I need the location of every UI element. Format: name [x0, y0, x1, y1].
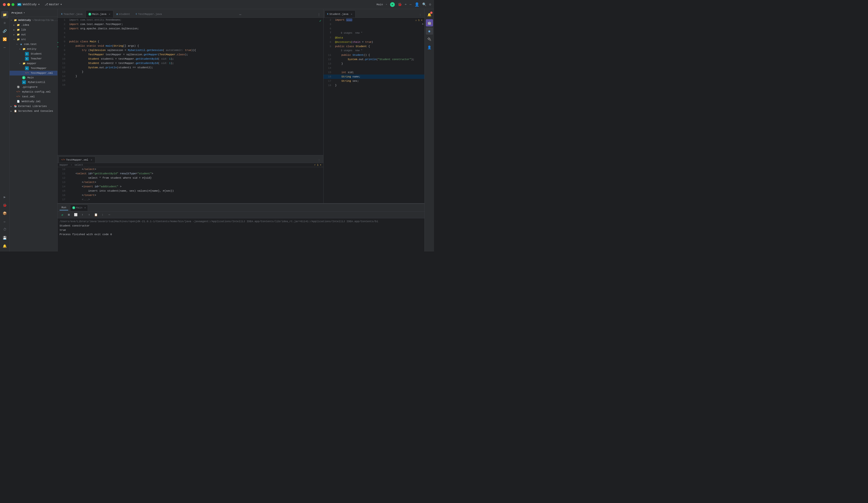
sidebar-right-plugin[interactable]: 🔌 — [426, 36, 433, 43]
coverage-icon[interactable]: ☂ — [405, 2, 407, 7]
tab-testmapper-xml[interactable]: </> TestMapper.xml ✕ — [59, 157, 95, 163]
sidebar-icon-profiler[interactable]: ⏱ — [1, 226, 8, 233]
xml-line-16: 16 </insert> — [58, 193, 323, 198]
run-tab-main-label: Main — [76, 206, 82, 209]
sidebar-icon-database[interactable]: 💾 — [1, 234, 8, 241]
tree-item-mybatisutil[interactable]: C MybatisUtil — [10, 80, 58, 84]
tree-label: MybatisUtil — [28, 81, 45, 84]
tab-more-button[interactable]: ⋯ — [237, 11, 243, 18]
run-more-btn[interactable]: ⋯ — [107, 212, 112, 218]
tree-item-out[interactable]: ▶ 📁 out — [10, 32, 58, 37]
run-button[interactable] — [390, 2, 395, 7]
tree-item-textxml[interactable]: </> text.xml — [10, 94, 58, 99]
tree-item-student[interactable]: C Student — [10, 51, 58, 56]
search-icon[interactable]: 🔍 — [422, 2, 426, 7]
left-sidebar-icons: 📁 ⊙ 🔗 🔀 ⋯ ▶ 🐞 📦 ✏ ⏱ 💾 🔔 — [0, 9, 10, 252]
tab-main-java[interactable]: C Main.java ✕ — [86, 10, 113, 18]
right-editor-options[interactable]: ⋮ — [417, 12, 423, 18]
project-header[interactable]: Project ▾ — [10, 9, 58, 17]
sidebar-icon-git[interactable]: 🔀 — [1, 36, 8, 43]
java-class-icon: C — [22, 80, 26, 84]
tree-item-main[interactable]: C Main — [10, 76, 58, 80]
tab-teacher-java[interactable]: C Teacher.java — [59, 10, 85, 18]
sidebar-right-ai[interactable]: 🤖 — [426, 19, 433, 27]
sidebar-icon-project[interactable]: 📁 — [1, 11, 8, 18]
debug-icon[interactable]: 🐞 — [398, 2, 402, 7]
tab-close-main[interactable]: ✕ — [108, 12, 111, 16]
run-scroll-end-btn[interactable]: ⬇ — [80, 212, 85, 218]
editor-options[interactable]: ⋮ — [316, 12, 322, 18]
sidebar-icon-debug[interactable]: 🐞 — [1, 201, 8, 209]
run-stop-btn[interactable]: ⏹ — [66, 212, 72, 218]
tree-item-testmapper-xml[interactable]: </> TestMapper.xml — [10, 71, 58, 76]
run-pause-btn[interactable]: ⬜ — [73, 212, 78, 218]
xml-breadcrumb: mapper › select — [60, 164, 83, 167]
tree-item-comtest[interactable]: ▾ ◉ com.test — [10, 42, 58, 47]
sidebar-icon-vcs[interactable]: ⊙ — [1, 19, 8, 27]
minimize-button[interactable] — [7, 3, 10, 6]
branch-selector[interactable]: ⎇ master ▾ — [45, 3, 62, 6]
tab-testmapper-java[interactable]: C TestMapper.java — [133, 10, 164, 18]
student-line-16: 16 String name; — [323, 74, 424, 79]
tree-item-src[interactable]: ▾ 📁 src — [10, 37, 58, 42]
tree-item-webstudy-iml[interactable]: 📄 WebStudy.iml — [10, 99, 58, 104]
tree-item-gitignore[interactable]: 🔘 .gitignore — [10, 84, 58, 89]
tab-student-java[interactable]: C Student.java ✕ — [324, 10, 355, 18]
run-up-btn[interactable]: ⬆ — [86, 212, 92, 218]
sidebar-right-account[interactable]: 👤 — [426, 44, 433, 51]
main-code-content[interactable]: ✓ 1 import com.test.entity.TestBeans; 2 … — [58, 18, 323, 155]
tree-item-lib[interactable]: ▶ 📁 lib — [10, 28, 58, 32]
tab-run[interactable]: Run — [60, 205, 68, 210]
sidebar-icon-run[interactable]: ▶ — [1, 193, 8, 201]
close-button[interactable] — [3, 3, 6, 6]
settings-icon[interactable]: ⚙ — [429, 2, 431, 7]
run-output-cmd: /Users/eve/Library/Java/JavaVirtualMachi… — [60, 219, 423, 224]
tree-item-entity[interactable]: ▾ 📁 entity — [10, 47, 58, 51]
run-output[interactable]: /Users/eve/Library/Java/JavaVirtualMachi… — [58, 218, 424, 252]
sidebar-right-blue[interactable]: ◉ — [426, 28, 433, 34]
tree-item-teacher[interactable]: C Teacher — [10, 56, 58, 61]
sidebar-icon-more[interactable]: ⋯ — [1, 44, 8, 51]
account-icon[interactable]: 👤 — [415, 2, 419, 7]
xml-code-content[interactable]: 10 </select> 11 <select id="getStudentBy… — [58, 167, 323, 203]
sidebar-icon-edit[interactable]: ✏ — [1, 218, 8, 225]
tree-item-webstudy[interactable]: ▾ 📁 WebStudy ~/Desktop/CS/Ja... — [10, 18, 58, 23]
xml-tab-close[interactable]: ✕ — [90, 158, 93, 162]
sidebar-icon-packages[interactable]: 📦 — [1, 210, 8, 217]
tree-item-mapper[interactable]: ▾ 📁 mapper — [10, 61, 58, 66]
code-line-12: 12 System.out.println(student1 == studen… — [58, 66, 323, 70]
tab-student-db[interactable]: ⊞ student — [114, 10, 133, 18]
tree-item-extlibs[interactable]: ▶ 📚 External Libraries — [10, 104, 58, 109]
run-output-true: true — [60, 228, 423, 232]
run-config-label[interactable]: Main — [376, 3, 383, 6]
maximize-button[interactable] — [11, 3, 14, 6]
project-chevron[interactable]: ▾ — [38, 3, 40, 6]
more-actions-icon[interactable]: ⋯ — [410, 2, 411, 7]
sidebar-icon-structure[interactable]: 🔗 — [1, 28, 8, 34]
tree-label: mapper — [27, 62, 37, 65]
tab-label-student-db: student — [119, 13, 130, 16]
code-line-16: 16 — [58, 83, 323, 87]
run-gutter-7[interactable]: ▶ — [58, 45, 58, 49]
editor-area: C Teacher.java C Main.java ✕ ⊞ student — [58, 9, 424, 252]
xml-icon: </> — [16, 90, 20, 94]
tab-main-run[interactable]: C Main ✕ — [70, 205, 88, 211]
xml-editor-options[interactable]: ⋮ — [316, 158, 322, 163]
tree-item-scratches[interactable]: ▶ 📋 Scratches and Consoles — [10, 109, 58, 113]
student-line-13: 13 } — [323, 62, 424, 66]
student-code-content[interactable]: ⚠ 1 ▾ ▲ 2 import ... 3 — [323, 18, 424, 203]
student-tab-close[interactable]: ✕ — [350, 12, 353, 16]
run-config-chevron[interactable]: ▾ — [386, 3, 387, 6]
tree-item-idea[interactable]: ▶ 📁 .idea — [10, 23, 58, 28]
run-split-btn[interactable]: ↕ — [100, 212, 105, 218]
tree-item-testmapper-java[interactable]: C TestMapper — [10, 66, 58, 71]
run-copy-btn[interactable]: 📋 — [93, 212, 99, 218]
tree-label: .gitignore — [22, 85, 38, 89]
run-restart-btn[interactable]: ↺ — [60, 212, 65, 218]
project-name[interactable]: WS WebStudy ▾ — [17, 3, 40, 6]
tree-item-mybatis-config[interactable]: </> mybatis-config.xml — [10, 89, 58, 94]
run-tab-main-close[interactable]: ✕ — [84, 206, 86, 209]
student-line-3: 3 — [323, 22, 424, 27]
sidebar-icon-notifications[interactable]: 🔔 — [1, 242, 8, 250]
sidebar-right-notifications[interactable]: 🔔 ! — [426, 11, 433, 18]
